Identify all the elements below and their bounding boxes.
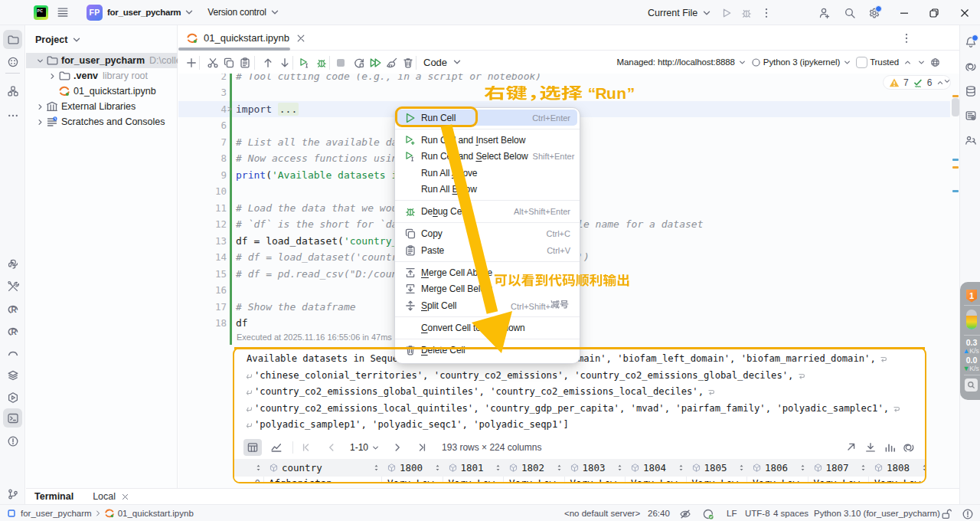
- net-speed-widget[interactable]: 1 0.3 ▲K/s 0.0 ▼K/s: [960, 282, 980, 400]
- fold-marker-icon[interactable]: >: [227, 101, 232, 118]
- project-toolwindow-button[interactable]: [3, 30, 22, 49]
- delete-cell-button[interactable]: [402, 57, 414, 69]
- cell-row-index[interactable]: 0: [234, 477, 264, 483]
- menu-item-convert-cell-to-markdown[interactable]: Convert Cell to Markdown: [395, 319, 580, 336]
- structure-toolwindow-button[interactable]: [3, 81, 22, 100]
- sort-icon[interactable]: [920, 464, 927, 472]
- tree-expand-icon[interactable]: [34, 100, 46, 113]
- unlock-icon[interactable]: [940, 508, 952, 520]
- terminal-toolwindow-button[interactable]: [3, 408, 22, 428]
- sciview-toolwindow-button[interactable]: [962, 107, 979, 124]
- table-data-row[interactable]: 0AfghanistanVery LowVery LowVery LowVery…: [234, 477, 924, 483]
- menu-item-copy[interactable]: CopyCtrl+C: [395, 226, 580, 242]
- stripe-mark-info[interactable]: [952, 190, 959, 192]
- debug-button[interactable]: [740, 7, 753, 19]
- sort-icon[interactable]: [433, 464, 442, 472]
- kernel-selector[interactable]: Python 3 (ipykernel): [751, 57, 852, 67]
- sort-icon[interactable]: [254, 464, 263, 472]
- ai-assistant-button[interactable]: [962, 58, 979, 75]
- restart-kernel-button[interactable]: [353, 57, 365, 69]
- main-menu-icon[interactable]: [56, 6, 70, 18]
- tab-options-icon[interactable]: [900, 32, 913, 44]
- cell-value[interactable]: Very Low: [383, 477, 443, 483]
- status-indent[interactable]: 4 spaces: [773, 509, 808, 518]
- project-widget[interactable]: for_user_pycharm: [107, 6, 195, 18]
- window-close-button[interactable]: [959, 7, 971, 19]
- stripe-mark-warning[interactable]: [952, 95, 959, 97]
- problems-toolwindow-button[interactable]: [3, 431, 22, 451]
- services-button[interactable]: [3, 388, 22, 407]
- terminal-tab-local[interactable]: Local: [93, 491, 116, 502]
- trusted-checkbox[interactable]: Trusted: [856, 57, 899, 68]
- debug-cell-button[interactable]: [315, 57, 328, 69]
- reader-mode-icon[interactable]: [679, 508, 691, 520]
- tree-collapse-icon[interactable]: [34, 54, 46, 67]
- cell-type-selector[interactable]: Code: [423, 51, 463, 74]
- more-actions-icon[interactable]: [760, 7, 773, 19]
- tree-item-external-libraries[interactable]: External Libraries: [26, 99, 178, 114]
- header-column-1800[interactable]: 1800: [383, 459, 443, 477]
- more-toolwindows-button[interactable]: [3, 106, 22, 125]
- copy-cell-button[interactable]: [223, 57, 235, 69]
- tree-item-venv[interactable]: .venvlibrary root: [26, 68, 178, 84]
- cell-value[interactable]: Very Low: [444, 477, 505, 483]
- menu-item-run-all-below[interactable]: Run All Below: [395, 181, 580, 197]
- scrollbar-thumb[interactable]: [952, 98, 959, 116]
- cell-value[interactable]: Very Low: [688, 477, 748, 483]
- vcs-widget[interactable]: Version control: [207, 6, 280, 18]
- tree-item-root[interactable]: for_user_pycharmD:\college\r: [26, 53, 178, 68]
- header-column-1808[interactable]: 1808: [870, 459, 926, 477]
- next-cell-icon[interactable]: [916, 57, 926, 67]
- sort-icon[interactable]: [494, 464, 502, 472]
- code-line-17[interactable]: # Show the dataframe: [236, 299, 356, 316]
- header-column-1807[interactable]: 1807: [809, 459, 870, 477]
- status-encoding[interactable]: UTF-8: [745, 509, 770, 518]
- version-control-toolwindow-button[interactable]: [3, 484, 22, 503]
- header-index-column[interactable]: [239, 459, 264, 477]
- database-toolwindow-button[interactable]: [962, 83, 979, 100]
- menu-item-split-cell[interactable]: Split CellCtrl+Shift+: [395, 297, 580, 313]
- open-in-browser-icon[interactable]: [930, 57, 940, 67]
- services-layers-button[interactable]: [3, 365, 22, 385]
- header-column-1802[interactable]: 1802: [505, 459, 565, 477]
- export-table-icon[interactable]: [864, 441, 877, 454]
- menu-item-debug-cell[interactable]: Debug CellAlt+Shift+Enter: [395, 203, 580, 219]
- run-all-cells-button[interactable]: [369, 57, 381, 69]
- r-console-button[interactable]: R: [3, 299, 22, 318]
- window-minimize-button[interactable]: [898, 7, 910, 19]
- python-packages-button[interactable]: [3, 254, 22, 274]
- commit-toolwindow-button[interactable]: [3, 52, 22, 71]
- menu-item-run-cell-insert-below[interactable]: Run Cell and Insert Below: [395, 132, 580, 148]
- cell-value[interactable]: Very Low: [566, 477, 626, 483]
- header-column-1806[interactable]: 1806: [748, 459, 808, 477]
- chart-view-button[interactable]: [267, 439, 286, 456]
- code-with-me-button[interactable]: [962, 132, 979, 149]
- stripe-mark-warning[interactable]: [952, 166, 959, 169]
- header-column-1803[interactable]: 1803: [566, 459, 626, 477]
- cell-value[interactable]: Very Low: [505, 477, 565, 483]
- cell-value[interactable]: Very Low: [870, 477, 926, 483]
- interrupt-kernel-button[interactable]: [335, 57, 347, 69]
- tree-item-notebook[interactable]: 01_quickstart.ipynb: [26, 84, 178, 99]
- last-page-button[interactable]: [416, 441, 428, 454]
- sort-icon[interactable]: [737, 464, 746, 472]
- window-restore-button[interactable]: [928, 7, 940, 19]
- prev-page-button[interactable]: [325, 441, 338, 454]
- status-interpreter[interactable]: Python 3.10 (for_user_pycharm): [814, 509, 940, 518]
- code-line-4[interactable]: import ...: [236, 101, 299, 118]
- ai-table-icon[interactable]: [903, 441, 915, 454]
- menu-item-run-cell-select-below[interactable]: Run Cell and Select BelowShift+Enter: [395, 149, 580, 165]
- open-in-new-tab-icon[interactable]: [844, 441, 857, 454]
- notifications-button[interactable]: [962, 34, 979, 51]
- paste-cell-button[interactable]: [239, 57, 251, 69]
- code-line-2[interactable]: # Tool cutting code (e.g., in a script o…: [236, 74, 541, 84]
- page-range-label[interactable]: 1-10: [350, 442, 368, 453]
- breadcrumb-project[interactable]: for_user_pycharm: [21, 509, 92, 518]
- prev-cell-icon[interactable]: [903, 57, 913, 67]
- plugin-arc-button[interactable]: [3, 343, 22, 362]
- tools-button[interactable]: [3, 277, 22, 296]
- sort-icon[interactable]: [555, 464, 564, 472]
- breadcrumb-file[interactable]: 01_quickstart.ipynb: [118, 509, 194, 518]
- stripe-mark-info[interactable]: [952, 159, 959, 161]
- column-stats-icon[interactable]: [884, 441, 896, 454]
